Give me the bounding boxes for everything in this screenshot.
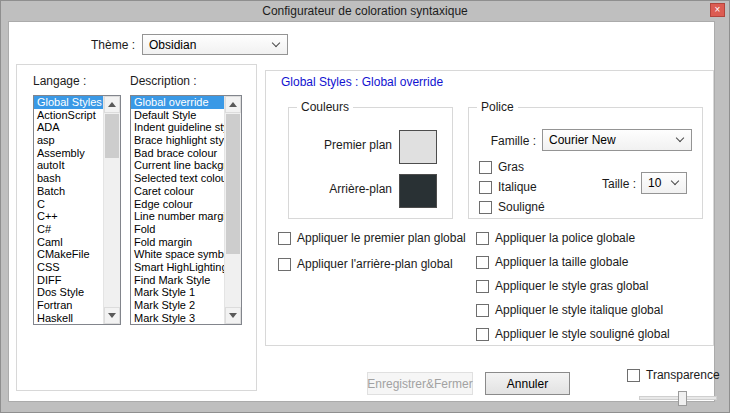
language-list-item[interactable]: ActionScript: [34, 109, 103, 122]
apply-checkbox[interactable]: Appliquer la taille globale: [476, 255, 708, 269]
language-list-item[interactable]: asp: [34, 134, 103, 147]
description-list-item[interactable]: Brace highlight style: [131, 134, 224, 147]
description-list-item[interactable]: Fold: [131, 223, 224, 236]
theme-select-value: Obsidian: [149, 38, 196, 52]
language-list-item[interactable]: Dos Style: [34, 286, 103, 299]
description-list-item[interactable]: Default Style: [131, 109, 224, 122]
description-list-item[interactable]: Edge colour: [131, 198, 224, 211]
description-listbox[interactable]: Global overrideDefault StyleIndent guide…: [130, 95, 242, 325]
apply-checkbox[interactable]: Appliquer le style italique global: [476, 303, 708, 317]
language-list-item[interactable]: C++: [34, 210, 103, 223]
transparency-checkbox[interactable]: Transparence: [627, 368, 720, 382]
checkbox-label: Appliquer l'arrière-plan global: [297, 257, 453, 271]
scroll-up-button[interactable]: [104, 96, 120, 113]
foreground-label: Premier plan: [297, 138, 392, 152]
font-family-value: Courier New: [549, 133, 616, 147]
background-color-swatch[interactable]: [399, 174, 437, 208]
language-list-item[interactable]: Batch: [34, 185, 103, 198]
language-list-item[interactable]: bash: [34, 172, 103, 185]
title-bar[interactable]: Configurateur de coloration syntaxique ×: [1, 1, 729, 21]
language-list-item[interactable]: Global Styles: [34, 96, 103, 109]
language-scrollbar[interactable]: [103, 96, 120, 324]
underline-checkbox[interactable]: Souligné: [479, 200, 545, 214]
save-close-button[interactable]: Enregistrer&Fermer: [367, 372, 473, 395]
language-list-item[interactable]: CSS: [34, 261, 103, 274]
window-title: Configurateur de coloration syntaxique: [262, 4, 467, 18]
checkbox-icon: [627, 369, 640, 382]
language-list-items: Global StylesActionScriptADAaspAssemblya…: [34, 96, 103, 324]
description-list-item[interactable]: Line number margin: [131, 210, 224, 223]
language-list-item[interactable]: C#: [34, 223, 103, 236]
close-icon: ×: [715, 4, 721, 15]
description-list-item[interactable]: Caret colour: [131, 185, 224, 198]
dialog-window: Configurateur de coloration syntaxique ×…: [0, 0, 730, 413]
checkbox-icon: [476, 304, 489, 317]
transparency-label: Transparence: [646, 368, 720, 382]
style-header: Global Styles : Global override: [281, 75, 443, 89]
description-list-item[interactable]: Global override: [131, 96, 224, 109]
style-panel: Global Styles : Global override Couleurs…: [265, 70, 714, 346]
checkbox-icon: [479, 201, 492, 214]
dialog-body: Thème : Obsidian Langage : Description :…: [8, 21, 715, 402]
slider-thumb[interactable]: [678, 391, 687, 406]
close-button[interactable]: ×: [710, 3, 725, 17]
apply-checkbox[interactable]: Appliquer le premier plan global: [278, 231, 503, 245]
checkbox-label: Appliquer le style italique global: [495, 303, 663, 317]
description-list-item[interactable]: Indent guideline style: [131, 121, 224, 134]
font-family-select[interactable]: Courier New: [542, 129, 692, 151]
language-listbox[interactable]: Global StylesActionScriptADAaspAssemblya…: [33, 95, 121, 325]
description-list-item[interactable]: Selected text colour: [131, 172, 224, 185]
language-list-item[interactable]: CMakeFile: [34, 248, 103, 261]
language-label: Langage :: [33, 74, 86, 88]
scroll-up-icon: [108, 102, 116, 107]
checkbox-icon: [479, 181, 492, 194]
description-list-item[interactable]: Fold margin: [131, 236, 224, 249]
foreground-color-swatch[interactable]: [399, 130, 437, 164]
scroll-up-icon: [229, 102, 237, 107]
language-panel: Langage : Description : Global StylesAct…: [16, 64, 257, 391]
description-list-item[interactable]: White space symbol: [131, 248, 224, 261]
language-list-item[interactable]: DIFF: [34, 274, 103, 287]
apply-checkbox[interactable]: Appliquer le style gras global: [476, 279, 708, 293]
apply-checkbox[interactable]: Appliquer la police globale: [476, 231, 708, 245]
scroll-down-button[interactable]: [104, 307, 120, 324]
apply-checkbox[interactable]: Appliquer l'arrière-plan global: [278, 257, 503, 271]
chevron-down-icon: [671, 177, 679, 185]
description-list-item[interactable]: Find Mark Style: [131, 274, 224, 287]
font-group-label: Police: [477, 100, 518, 114]
scroll-down-icon: [229, 313, 237, 318]
language-list-item[interactable]: Caml: [34, 236, 103, 249]
language-list-item[interactable]: Assembly: [34, 147, 103, 160]
language-list-item[interactable]: C: [34, 198, 103, 211]
checkbox-label: Appliquer le style gras global: [495, 279, 648, 293]
checkbox-icon: [278, 258, 291, 271]
font-size-label: Taille :: [569, 177, 636, 191]
checkbox-label: Appliquer la taille globale: [495, 255, 628, 269]
language-list-item[interactable]: Haskell: [34, 312, 103, 324]
bold-label: Gras: [498, 160, 524, 174]
language-list-item[interactable]: autoIt: [34, 159, 103, 172]
scrollbar-thumb[interactable]: [105, 114, 119, 158]
language-list-item[interactable]: Fortran: [34, 299, 103, 312]
description-list-item[interactable]: Current line background: [131, 159, 224, 172]
description-list-item[interactable]: Bad brace colour: [131, 147, 224, 160]
scroll-down-button[interactable]: [225, 307, 241, 324]
checkbox-icon: [476, 328, 489, 341]
theme-select[interactable]: Obsidian: [142, 34, 288, 55]
description-list-item[interactable]: Mark Style 1: [131, 286, 224, 299]
description-list-item[interactable]: Smart HighLighting: [131, 261, 224, 274]
font-size-select[interactable]: 10: [641, 172, 687, 194]
checkbox-label: Appliquer le premier plan global: [297, 231, 466, 245]
scrollbar-thumb[interactable]: [226, 114, 240, 254]
language-list-item[interactable]: ADA: [34, 121, 103, 134]
transparency-slider[interactable]: [639, 396, 717, 400]
description-scrollbar[interactable]: [224, 96, 241, 324]
apply-checkbox[interactable]: Appliquer le style souligné global: [476, 327, 708, 341]
description-list-item[interactable]: Mark Style 2: [131, 299, 224, 312]
cancel-button[interactable]: Annuler: [485, 372, 570, 395]
description-list-item[interactable]: Mark Style 3: [131, 312, 224, 324]
bold-checkbox[interactable]: Gras: [479, 160, 524, 174]
italic-checkbox[interactable]: Italique: [479, 180, 537, 194]
apply-color-checkboxes: Appliquer le premier plan globalApplique…: [278, 231, 503, 283]
scroll-up-button[interactable]: [225, 96, 241, 113]
